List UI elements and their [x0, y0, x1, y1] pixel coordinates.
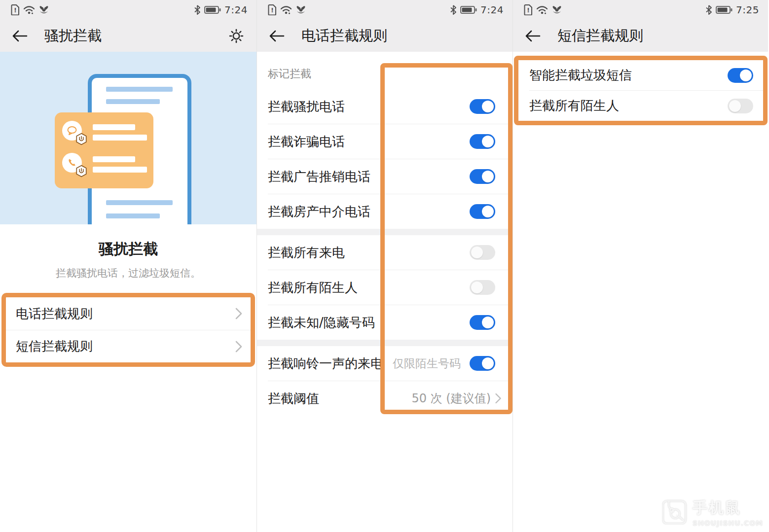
app-header: 骚扰拦截	[0, 20, 256, 52]
hero-illustration	[0, 52, 256, 224]
menu-item-label: 短信拦截规则	[16, 338, 235, 355]
status-time: 7:24	[224, 4, 248, 16]
illustration-text-bar	[93, 156, 135, 162]
illustration-text-bar	[106, 213, 160, 218]
setting-label: 拦截诈骗电话	[268, 133, 470, 150]
toggle-block-unknown-hidden[interactable]	[470, 315, 495, 330]
huawei-logo-icon	[38, 5, 49, 15]
toggle-block-all-strangers-sms[interactable]	[728, 99, 753, 113]
bluetooth-icon	[194, 5, 201, 15]
wifi-icon	[280, 5, 292, 15]
menu-item-sms-rules[interactable]: 短信拦截规则	[6, 330, 251, 362]
setting-label: 拦截未知/隐藏号码	[268, 314, 470, 331]
huawei-logo-icon	[295, 5, 306, 15]
settings-gear-icon[interactable]	[228, 28, 245, 44]
illustration-text-bar	[106, 99, 160, 104]
setting-row: 拦截骚扰电话	[257, 89, 513, 124]
toggle-block-harassment-calls[interactable]	[470, 99, 495, 114]
setting-label: 拦截所有来电	[268, 244, 470, 261]
setting-label: 拦截所有陌生人	[268, 279, 470, 296]
setting-label: 拦截阈值	[268, 390, 411, 407]
illustration-blocklist-card	[55, 112, 153, 188]
setting-note: 仅限陌生号码	[393, 356, 461, 371]
toggle-block-one-ring-calls[interactable]	[470, 356, 495, 371]
svg-text:!: !	[271, 7, 273, 14]
setting-value: 50 次 (建议值)	[411, 390, 491, 406]
wifi-icon	[23, 5, 35, 15]
bluetooth-icon	[450, 5, 457, 15]
menu-item-label: 电话拦截规则	[16, 305, 235, 322]
triple-screenshot-canvas: ! 7:24	[0, 0, 769, 532]
section-separator	[257, 229, 513, 235]
wifi-icon	[536, 5, 548, 15]
illustration-text-bar	[93, 124, 135, 130]
toggle-block-all-strangers[interactable]	[470, 280, 495, 295]
setting-row: 拦截诈骗电话	[257, 124, 513, 159]
huawei-logo-icon	[551, 5, 562, 15]
setting-label: 智能拦截垃圾短信	[529, 67, 728, 84]
battery-icon	[460, 5, 477, 14]
toggle-block-all-calls[interactable]	[470, 245, 495, 260]
status-bar: ! 7:24	[0, 0, 256, 20]
illustration-text-bar	[106, 87, 173, 92]
setting-row: 智能拦截垃圾短信	[518, 60, 763, 90]
status-bar: ! 7:25	[513, 0, 768, 20]
chevron-right-icon	[235, 307, 243, 320]
page-title: 短信拦截规则	[557, 26, 643, 46]
feature-title: 骚扰拦截	[0, 239, 256, 259]
page-title: 电话拦截规则	[301, 26, 387, 46]
toggle-block-ad-calls[interactable]	[470, 169, 495, 184]
battery-icon	[204, 5, 221, 14]
menu-item-call-rules[interactable]: 电话拦截规则	[6, 297, 251, 330]
stop-hand-badge-icon	[75, 165, 88, 177]
back-arrow-icon[interactable]	[12, 30, 28, 42]
panel-harassment-blocking: ! 7:24	[0, 0, 256, 532]
setting-row: 拦截所有陌生人	[257, 270, 513, 305]
illustration-text-bar	[106, 200, 173, 205]
setting-row-threshold[interactable]: 拦截阈值 50 次 (建议值)	[257, 381, 513, 416]
setting-label: 拦截广告推销电话	[268, 168, 470, 185]
illustration-text-bar	[93, 135, 147, 141]
highlight-box-menu: 电话拦截规则 短信拦截规则	[1, 293, 255, 367]
sim-alert-icon: !	[524, 4, 533, 15]
setting-row: 拦截未知/隐藏号码	[257, 305, 513, 340]
panel-call-block-rules: ! 7:24	[256, 0, 513, 532]
toggle-block-agent-calls[interactable]	[470, 204, 495, 219]
setting-label: 拦截所有陌生人	[529, 97, 728, 114]
panel-sms-block-rules: ! 7:25	[513, 0, 768, 532]
battery-icon	[716, 5, 732, 14]
sim-alert-icon: !	[11, 4, 20, 15]
app-header: 短信拦截规则	[513, 20, 768, 52]
chevron-right-icon	[495, 392, 502, 404]
setting-row: 拦截广告推销电话	[257, 159, 513, 194]
status-time: 7:25	[736, 4, 759, 16]
feature-subtitle: 拦截骚扰电话，过滤垃圾短信。	[0, 266, 256, 280]
setting-row: 拦截房产中介电话	[257, 194, 513, 229]
setting-label: 拦截房产中介电话	[268, 203, 470, 220]
toggle-smart-block-spam-sms[interactable]	[728, 68, 753, 83]
page-title: 骚扰拦截	[44, 26, 102, 46]
back-arrow-icon[interactable]	[269, 30, 285, 42]
app-header: 电话拦截规则	[257, 20, 513, 52]
toggle-block-fraud-calls[interactable]	[470, 134, 495, 149]
setting-row: 拦截所有陌生人	[518, 91, 763, 121]
status-bar: ! 7:24	[257, 0, 513, 20]
setting-label: 拦截骚扰电话	[268, 98, 470, 115]
status-time: 7:24	[480, 4, 504, 16]
setting-row: 拦截响铃一声的来电 仅限陌生号码	[257, 346, 513, 381]
illustration-text-bar	[93, 167, 147, 173]
section-label: 标记拦截	[257, 52, 513, 89]
svg-text:!: !	[14, 7, 16, 14]
sim-alert-icon: !	[268, 4, 277, 15]
chevron-right-icon	[235, 340, 243, 353]
highlight-box-sms-toggles: 智能拦截垃圾短信 拦截所有陌生人	[514, 56, 768, 125]
section-separator	[257, 340, 513, 346]
stop-hand-badge-icon	[75, 133, 88, 145]
bluetooth-icon	[705, 5, 712, 15]
setting-row: 拦截所有来电	[257, 235, 513, 270]
setting-label: 拦截响铃一声的来电	[268, 355, 393, 372]
svg-text:!: !	[527, 7, 529, 14]
back-arrow-icon[interactable]	[525, 30, 541, 42]
